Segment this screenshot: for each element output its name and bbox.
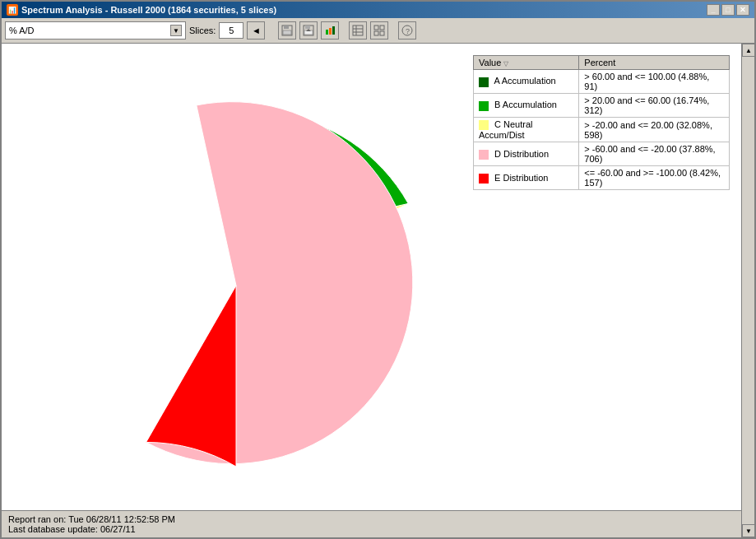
- color-swatch: [479, 77, 489, 87]
- app-icon: 📊: [7, 4, 18, 16]
- legend-col-percent: Percent: [579, 56, 730, 70]
- color-swatch: [479, 174, 489, 184]
- legend-range-cell: <= -60.00 and >= -100.00 (8.42%, 157): [579, 166, 730, 190]
- legend-range-cell: > -20.00 and <= 20.00 (32.08%, 598): [579, 118, 730, 142]
- scroll-down-button[interactable]: ▼: [742, 524, 754, 537]
- title-bar-left: 📊 Spectrum Analysis - Russell 2000 (1864…: [7, 4, 276, 16]
- title-bar-buttons: _ □ ✕: [707, 4, 749, 16]
- maximize-button[interactable]: □: [721, 4, 735, 16]
- outer-wrapper: Value ▽ Percent A Accumulation: [2, 44, 754, 537]
- legend-range: > -20.00 and <= 20.00 (32.08%, 598): [584, 120, 712, 140]
- toolbar: % A/D ▼ Slices: ◄: [2, 18, 754, 44]
- window-title: Spectrum Analysis - Russell 2000 (1864 s…: [21, 5, 276, 15]
- color-swatch: [479, 101, 489, 111]
- close-button[interactable]: ✕: [736, 4, 749, 16]
- svg-rect-16: [374, 31, 378, 35]
- status-line2: Last database update: 06/27/11: [8, 524, 735, 534]
- dropdown-value: % A/D: [9, 26, 35, 35]
- legend-label: A Accumulation: [494, 76, 555, 86]
- legend-range: <= -60.00 and >= -100.00 (8.42%, 157): [584, 168, 721, 188]
- title-bar: 📊 Spectrum Analysis - Russell 2000 (1864…: [2, 2, 754, 18]
- legend-label: E Distribution: [494, 173, 548, 183]
- main-content: Value ▽ Percent A Accumulation: [2, 44, 741, 537]
- color-swatch: [479, 150, 489, 160]
- slices-input[interactable]: [219, 22, 243, 39]
- grid-view-button[interactable]: [370, 21, 388, 39]
- svg-marker-8: [329, 28, 332, 35]
- slices-decrement-button[interactable]: ◄: [247, 21, 265, 39]
- help-button[interactable]: ?: [398, 21, 416, 39]
- status-bar: Report ran on: Tue 06/28/11 12:52:58 PM …: [2, 510, 741, 537]
- legend-range: > 60.00 and <= 100.00 (4.88%, 91): [584, 72, 709, 91]
- scroll-up-button[interactable]: ▲: [742, 44, 754, 57]
- chart-icon-button[interactable]: [321, 21, 339, 39]
- svg-rect-10: [353, 26, 363, 35]
- vertical-scrollbar: ▲ ▼: [741, 44, 754, 537]
- legend-range: > 20.00 and <= 60.00 (16.74%, 312): [584, 95, 709, 115]
- pie-chart: [39, 76, 434, 479]
- legend-label-cell: B Accumulation: [474, 94, 579, 118]
- legend-label-cell: D Distribution: [474, 142, 579, 166]
- svg-rect-14: [374, 26, 378, 30]
- table-view-button[interactable]: [349, 21, 367, 39]
- legend-table: Value ▽ Percent A Accumulation: [473, 55, 730, 190]
- legend-container: Value ▽ Percent A Accumulation: [470, 52, 733, 502]
- legend-row: A Accumulation > 60.00 and <= 100.00 (4.…: [474, 70, 730, 94]
- svg-marker-7: [326, 30, 328, 35]
- legend-range-cell: > 60.00 and <= 100.00 (4.88%, 91): [579, 70, 730, 94]
- svg-text:?: ?: [406, 27, 410, 35]
- dropdown-field[interactable]: % A/D ▼: [5, 21, 186, 39]
- legend-label: D Distribution: [494, 149, 549, 159]
- svg-marker-9: [332, 26, 335, 35]
- svg-rect-4: [305, 26, 310, 29]
- main-window: 📊 Spectrum Analysis - Russell 2000 (1864…: [0, 0, 756, 539]
- legend-row: C Neutral Accum/Dist > -20.00 and <= 20.…: [474, 118, 730, 142]
- pie-chart-container: [10, 52, 461, 502]
- legend-row: D Distribution > -60.00 and <= -20.00 (3…: [474, 142, 730, 166]
- slices-label: Slices:: [189, 26, 216, 35]
- legend-label-cell: A Accumulation: [474, 70, 579, 94]
- load-button[interactable]: [299, 21, 318, 39]
- legend-label-cell: E Distribution: [474, 166, 579, 190]
- dropdown-arrow[interactable]: ▼: [170, 25, 182, 36]
- legend-row: B Accumulation > 20.00 and <= 60.00 (16.…: [474, 94, 730, 118]
- legend-range: > -60.00 and <= -20.00 (37.88%, 706): [584, 144, 715, 164]
- svg-rect-1: [284, 26, 289, 29]
- color-swatch: [479, 120, 489, 130]
- legend-range-cell: > -60.00 and <= -20.00 (37.88%, 706): [579, 142, 730, 166]
- svg-rect-17: [380, 31, 384, 35]
- legend-range-cell: > 20.00 and <= 60.00 (16.74%, 312): [579, 94, 730, 118]
- legend-col-value[interactable]: Value ▽: [474, 56, 579, 70]
- save-button[interactable]: [278, 21, 296, 39]
- minimize-button[interactable]: _: [707, 4, 720, 16]
- legend-label: B Accumulation: [494, 100, 557, 109]
- content-area: Value ▽ Percent A Accumulation: [2, 44, 741, 510]
- legend-row: E Distribution <= -60.00 and >= -100.00 …: [474, 166, 730, 190]
- sort-icon: ▽: [503, 60, 508, 67]
- scroll-track: [742, 57, 754, 524]
- status-line1: Report ran on: Tue 06/28/11 12:52:58 PM: [8, 514, 735, 524]
- svg-rect-2: [283, 30, 291, 35]
- svg-rect-15: [380, 26, 384, 30]
- legend-label-cell: C Neutral Accum/Dist: [474, 118, 579, 142]
